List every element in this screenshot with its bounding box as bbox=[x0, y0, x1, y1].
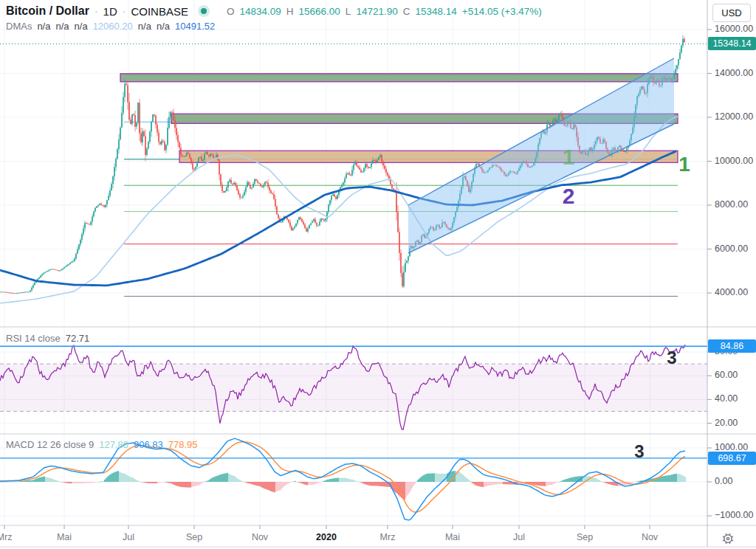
price-axis-label: 16000.00 bbox=[715, 24, 753, 34]
wave-label-1[interactable]: 1 bbox=[678, 154, 690, 175]
price-axis-label: 10000.00 bbox=[715, 156, 753, 166]
time-axis-label: Sep bbox=[577, 532, 593, 542]
high-label: H bbox=[286, 6, 294, 17]
dma-label: DMAs bbox=[6, 21, 32, 32]
rsi-label: RSI 14 close bbox=[6, 333, 61, 344]
macd-axis-label: −1000.00 bbox=[715, 510, 753, 520]
dma-7: 10491.52 bbox=[175, 21, 215, 32]
dma-5: n/a bbox=[138, 21, 151, 32]
dma-2: n/a bbox=[55, 21, 69, 32]
price-axis-label: 8000.00 bbox=[715, 199, 748, 210]
rsi-label-3[interactable]: 3 bbox=[667, 349, 676, 367]
time-axis-label: Mai bbox=[57, 532, 72, 542]
price-axis-label: 14000.00 bbox=[715, 68, 753, 78]
open-label: O bbox=[227, 6, 235, 17]
time-axis-label: Nov bbox=[252, 532, 268, 542]
macd-hist-value: 127.88 bbox=[99, 439, 128, 450]
time-axis-label: Nov bbox=[642, 532, 658, 542]
close-label: C bbox=[403, 6, 410, 17]
open-value: 14834.09 bbox=[239, 6, 281, 17]
rsi-axis-label: 20.00 bbox=[715, 418, 738, 428]
legend-separator: · bbox=[94, 5, 98, 17]
macd-indicator-legend[interactable]: MACD 12 26 close 9127.88906.83778.95 bbox=[6, 439, 198, 450]
price-axis-label: 12000.00 bbox=[715, 111, 753, 122]
interval-value[interactable]: 1D bbox=[103, 5, 117, 18]
time-axis-label: 2020 bbox=[316, 532, 337, 542]
time-axis-label: Sep bbox=[186, 532, 202, 542]
macd-value-badge: 698.67 bbox=[708, 452, 756, 465]
macd-axis-label: 0.00 bbox=[715, 476, 732, 486]
time-axis-label: Mrz bbox=[0, 532, 12, 542]
close-value: 15348.14 bbox=[415, 6, 456, 17]
dma-4: 12060.20 bbox=[93, 21, 133, 32]
symbol-name[interactable]: Bitcoin / Dollar bbox=[6, 4, 89, 18]
rsi-axis-label: 40.00 bbox=[715, 393, 738, 404]
macd-label-3[interactable]: 3 bbox=[634, 443, 644, 460]
currency-toggle-button[interactable]: USD bbox=[712, 4, 751, 22]
chart-window: Bitcoin / Dollar · 1D · COINBASE O14834.… bbox=[0, 0, 756, 549]
time-axis-label: Mai bbox=[445, 532, 460, 542]
chart-canvas[interactable] bbox=[0, 0, 756, 549]
exchange-name: COINBASE bbox=[131, 5, 188, 18]
rsi-indicator-legend[interactable]: RSI 14 close72.71 bbox=[6, 333, 89, 344]
rsi-value-badge: 84.86 bbox=[708, 339, 756, 353]
dma-3: n/a bbox=[75, 21, 88, 32]
macd-label: MACD 12 26 close 9 bbox=[6, 439, 94, 450]
dma-1: n/a bbox=[37, 21, 50, 32]
last-price-badge: 15348.14 bbox=[708, 37, 756, 50]
low-label: L bbox=[346, 6, 351, 17]
low-value: 14721.90 bbox=[356, 6, 397, 17]
wave-label-1-faded[interactable]: 1 bbox=[563, 146, 575, 168]
dma-legend[interactable]: DMAsn/an/an/a12060.20n/an/a10491.52 bbox=[6, 21, 215, 32]
settings-gear-icon[interactable] bbox=[721, 531, 735, 546]
change-value: +514.05 (+3.47%) bbox=[462, 6, 542, 17]
rsi-axis-label: 60.00 bbox=[715, 370, 738, 380]
wave-label-2[interactable]: 2 bbox=[563, 185, 575, 207]
legend-separator: · bbox=[123, 5, 126, 17]
dma-6: n/a bbox=[157, 21, 170, 32]
rsi-value: 72.71 bbox=[66, 333, 90, 344]
price-axis-label: 6000.00 bbox=[715, 244, 748, 254]
symbol-legend[interactable]: Bitcoin / Dollar · 1D · COINBASE O14834.… bbox=[6, 4, 542, 18]
macd-line-value: 906.83 bbox=[134, 439, 163, 450]
time-axis-label: Jul bbox=[123, 532, 134, 542]
time-axis-label: Jul bbox=[513, 532, 525, 542]
macd-signal-value: 778.95 bbox=[168, 439, 198, 450]
high-value: 15666.00 bbox=[299, 6, 340, 17]
time-axis-label: Mrz bbox=[380, 532, 396, 542]
ohlc-values: O14834.09H15666.00L14721.90C15348.14+514… bbox=[227, 6, 542, 17]
price-axis-label: 4000.00 bbox=[715, 287, 748, 297]
market-status-icon bbox=[198, 5, 210, 17]
macd-axis-label: 1000.00 bbox=[715, 442, 748, 452]
